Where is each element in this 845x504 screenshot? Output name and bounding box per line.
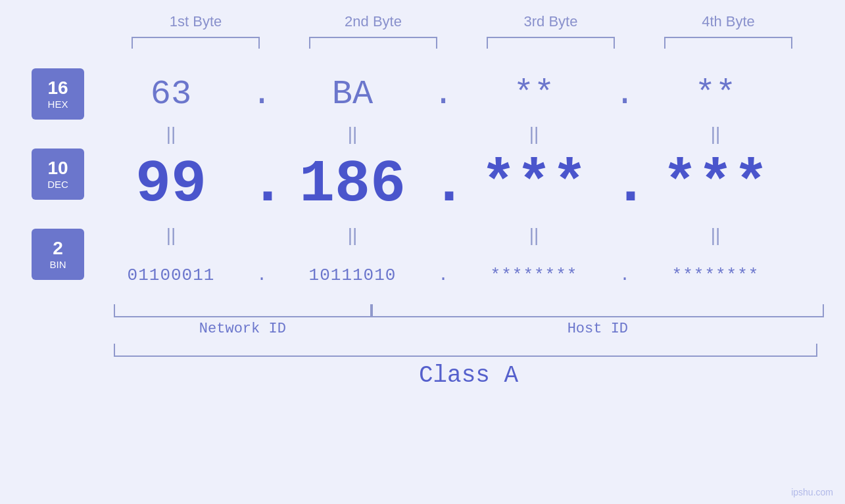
full-bracket-wrap: Class A — [114, 344, 824, 389]
dec-b3: *** — [455, 155, 613, 214]
eq2-b4: || — [637, 225, 794, 246]
dec-sep1: . — [250, 155, 274, 214]
top-bracket-3 — [487, 37, 615, 49]
dec-sep2: . — [431, 155, 455, 214]
bin-b3: ******** — [455, 265, 613, 285]
dec-b1: 99 — [92, 155, 250, 214]
bin-badge-num: 2 — [53, 239, 63, 259]
eq1-b4: || — [637, 124, 794, 145]
hex-b2: BA — [274, 75, 431, 114]
eq2-b2: || — [274, 225, 431, 246]
hex-sep2: . — [431, 75, 455, 114]
eq2-b1: || — [92, 225, 250, 246]
bin-sep3: . — [613, 265, 637, 285]
class-label: Class A — [114, 362, 824, 389]
dec-b2: 186 — [274, 155, 431, 214]
host-bracket — [372, 304, 823, 317]
bin-sep1: . — [250, 265, 274, 285]
data-rows: 63 . BA . ** . ** || || || || 99 — [92, 68, 845, 301]
hex-b3: ** — [455, 75, 613, 114]
hex-badge-num: 16 — [47, 78, 68, 99]
top-bracket-2 — [309, 37, 437, 49]
bin-b4: ******** — [637, 265, 794, 285]
eq1-b1: || — [92, 124, 250, 145]
byte2-header: 2nd Byte — [295, 13, 452, 30]
byte4-header: 4th Byte — [650, 13, 808, 30]
eq1-b2: || — [274, 124, 431, 145]
dec-row: 99 . 186 . *** . *** — [92, 149, 815, 221]
hex-b1: 63 — [92, 75, 250, 114]
dec-badge-num: 10 — [47, 158, 68, 179]
hex-sep3: . — [613, 75, 637, 114]
content-area: 16 HEX 10 DEC 2 BIN 63 . BA . ** — [0, 68, 845, 301]
bottom-section: Network ID Host ID — [114, 304, 824, 337]
dec-b4: *** — [637, 155, 794, 214]
bin-row: 01100011 . 10111010 . ******** . *******… — [92, 250, 815, 301]
host-id-label: Host ID — [372, 321, 823, 337]
byte1-header: 1st Byte — [117, 13, 275, 30]
main-container: 1st Byte 2nd Byte 3rd Byte 4th Byte 16 H… — [0, 0, 845, 504]
watermark: ipshu.com — [791, 487, 833, 497]
badges-column: 16 HEX 10 DEC 2 BIN — [0, 68, 92, 301]
bin-b1: 01100011 — [92, 265, 250, 285]
bin-badge: 2 BIN — [32, 229, 84, 280]
hex-badge: 16 HEX — [32, 68, 84, 120]
eq1-b3: || — [455, 124, 613, 145]
bin-b2: 10111010 — [274, 265, 431, 285]
dec-badge: 10 DEC — [32, 149, 84, 200]
hex-b4: ** — [637, 75, 794, 114]
eq2-b3: || — [455, 225, 613, 246]
bin-badge-label: BIN — [49, 259, 66, 270]
hex-sep1: . — [250, 75, 274, 114]
top-brackets — [107, 37, 817, 49]
equals-row-2: || || || || — [92, 221, 815, 250]
bin-sep2: . — [431, 265, 455, 285]
byte-headers: 1st Byte 2nd Byte 3rd Byte 4th Byte — [107, 13, 817, 30]
bottom-brackets — [114, 304, 824, 317]
top-bracket-1 — [132, 37, 260, 49]
equals-row-1: || || || || — [92, 120, 815, 149]
byte3-header: 3rd Byte — [472, 13, 630, 30]
full-bracket — [114, 344, 817, 357]
bracket-labels: Network ID Host ID — [114, 321, 824, 337]
network-bracket — [114, 304, 372, 317]
hex-row: 63 . BA . ** . ** — [92, 68, 815, 120]
top-bracket-4 — [664, 37, 792, 49]
network-id-label: Network ID — [114, 321, 372, 337]
dec-sep3: . — [613, 155, 637, 214]
hex-badge-label: HEX — [48, 99, 68, 110]
dec-badge-label: DEC — [47, 179, 68, 190]
